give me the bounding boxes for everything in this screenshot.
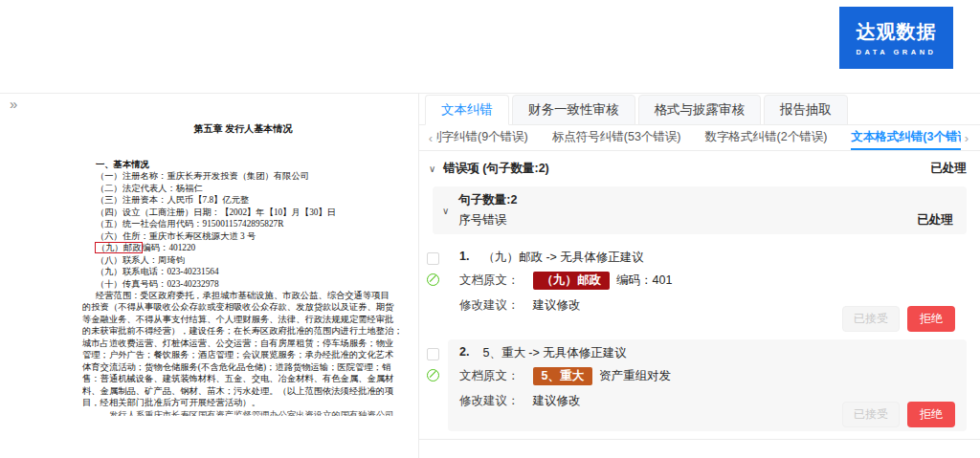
document-title: 第五章 发行人基本情况 xyxy=(82,122,404,136)
subtab-next-icon[interactable]: › xyxy=(961,131,972,145)
subgroup-status-badge: 已处理 xyxy=(918,212,954,229)
item-title-text: 5、重大 -> 无具体修正建议 xyxy=(482,345,626,361)
subgroup-sentence-count: 句子数量:2 xyxy=(458,192,517,208)
doc-line: 管理；户外广告；餐饮服务；酒店管理；会议展览服务；承办经批准的文化艺术 xyxy=(82,349,404,360)
top-header: 达观数据 DATA GRAND xyxy=(0,0,980,94)
reject-button[interactable]: 拒绝 xyxy=(907,306,955,332)
doc-line: （九）邮政编码：401220 xyxy=(82,242,404,253)
subtab-prev-icon[interactable]: ‹ xyxy=(425,131,436,145)
subtab-3[interactable]: 数字格式纠错(2个错误) xyxy=(705,125,828,150)
chevron-down-icon[interactable]: ∨ xyxy=(442,206,449,216)
original-text-highlight: （九）邮政 xyxy=(533,272,611,290)
doc-line: 经营范围：受区政府委托，承担城市基础设施、市政公益、综合交通等项目 xyxy=(82,290,404,301)
error-group-title: 错误项 (句子数量:2) xyxy=(443,161,548,177)
original-text-label: 文档原文： xyxy=(459,273,520,289)
error-item-content: 1.（九）邮政 -> 无具体修正建议文档原文：（九）邮政编码：401修改建议：建… xyxy=(448,244,967,336)
doc-line: （八）联系人：周琦钧 xyxy=(82,254,404,266)
subgroup-labels: 句子数量:2 序号错误 xyxy=(458,192,517,229)
doc-line: 的未获审批前不得经营），建设任务；在长寿区政府批准的范围内进行土地整治； xyxy=(82,325,404,337)
subtab-2[interactable]: 标点符号纠错(53个错误) xyxy=(552,125,681,150)
doc-line: （三）注册资本：人民币【7.8】亿元整 xyxy=(82,194,404,206)
doc-line: 的投资（不得从事吸收公众存款或变相吸收公众存款、发放贷款以及证券、期货 xyxy=(82,301,404,313)
error-item-content: 2.5、重大 -> 无具体修正建议文档原文：5、重大资产重组对发修改建议：建议修… xyxy=(448,339,967,431)
doc-line: 售：普通机械设备、建筑装饰材料、五金、交电、冶金材料、有色金属、金属材 xyxy=(82,373,404,384)
tab-3[interactable]: 格式与披露审核 xyxy=(638,95,762,125)
document-body: 一、基本情况（一）注册名称：重庆长寿开发投资（集团）有限公司（二）法定代表人：杨… xyxy=(82,159,404,416)
item-number: 2. xyxy=(459,345,469,361)
group-status-badge: 已处理 xyxy=(931,161,968,177)
doc-line: 目，经相关部门批准后方可开展经营活动）。 xyxy=(82,397,404,408)
doc-line: 发行人系重庆市长寿区国有资产监督管理办公室出资设立的国有独资公司 xyxy=(82,409,404,416)
item-title-text: （九）邮政 -> 无具体修正建议 xyxy=(482,250,643,266)
status-slash-circle-icon xyxy=(427,273,439,286)
doc-line: （一）注册名称：重庆长寿开发投资（集团）有限公司 xyxy=(82,170,404,182)
error-group-header: ∨ 错误项 (句子数量:2) 已处理 xyxy=(419,151,980,185)
doc-line: 体育交流活动；货物仓储服务(不含危化品仓储)；道路货物运输；医院管理；销 xyxy=(82,361,404,373)
app-window: 达观数据 DATA GRAND » 第五章 发行人基本情况 一、基本情况（一）注… xyxy=(0,0,980,458)
doc-line: 城市占道收费运营、灯桩体运营、公交运营；自有房屋租赁；停车场服务；物业 xyxy=(82,338,404,349)
subtab-scroller: 别字纠错(9个错误)标点符号纠错(53个错误)数字格式纠错(2个错误)文本格式纠… xyxy=(436,125,961,150)
doc-line: （五）统一社会信用代码：91500115742895827R xyxy=(82,218,404,229)
main-tab-bar: 文本纠错财务一致性审核格式与披露审核报告抽取 xyxy=(419,94,980,125)
accept-button[interactable]: 已接受 xyxy=(842,402,900,427)
document-page: 第五章 发行人基本情况 一、基本情况（一）注册名称：重庆长寿开发投资（集团）有限… xyxy=(82,122,404,416)
doc-line: （二）法定代表人：杨福仁 xyxy=(82,183,404,194)
doc-line: （六）住所：重庆市长寿区桃源大道 3 号 xyxy=(82,230,404,242)
original-text-rest: 资产重组对发 xyxy=(599,368,671,384)
collapse-panel-icon[interactable]: » xyxy=(10,96,17,112)
error-highlight-box: （九）邮政 xyxy=(96,243,142,252)
doc-line: （十）传真号码：023-40232978 xyxy=(82,278,404,290)
item-checkbox[interactable] xyxy=(427,348,439,360)
document-preview-pane: » 第五章 发行人基本情况 一、基本情况（一）注册名称：重庆长寿开发投资（集团）… xyxy=(0,94,419,458)
chevron-down-icon[interactable]: ∨ xyxy=(429,164,435,174)
error-item-list: 1.（九）邮政 -> 无具体修正建议文档原文：（九）邮政编码：401修改建议：建… xyxy=(419,244,980,431)
item-number: 1. xyxy=(459,250,469,266)
doc-line: 等金融业务、不得从事支付结算、个人理财服务、法律、行政法规规定需经审批 xyxy=(82,314,404,325)
reject-button[interactable]: 拒绝 xyxy=(907,402,955,427)
tab-1[interactable]: 文本纠错 xyxy=(425,95,509,125)
logo-cn-text: 达观数据 xyxy=(857,19,937,45)
doc-line: （四）设立（工商注册）日期：【2002】年【10】月【30】日 xyxy=(82,207,404,218)
original-text-highlight: 5、重大 xyxy=(533,367,592,385)
doc-line: 料、金属制品、矿产品、钢材、苗木；污水处理。（以上范围依法须经批准的项 xyxy=(82,385,404,397)
logo-en-text: DATA GRAND xyxy=(856,48,936,56)
error-subgroup-card: ∨ 句子数量:2 序号错误 已处理 xyxy=(433,186,967,234)
subgroup-error-type: 序号错误 xyxy=(458,212,517,229)
item-checkbox[interactable] xyxy=(427,252,439,265)
datagrand-logo: 达观数据 DATA GRAND xyxy=(839,7,953,69)
error-item: 2.5、重大 -> 无具体修正建议文档原文：5、重大资产重组对发修改建议：建议修… xyxy=(427,339,967,431)
subtab-1[interactable]: 别字纠错(9个错误) xyxy=(436,125,528,150)
original-text-label: 文档原文： xyxy=(459,368,520,384)
doc-line: （九）联系电话：023-40231564 xyxy=(82,266,404,277)
accept-button[interactable]: 已接受 xyxy=(842,306,900,332)
review-panel: 文本纠错财务一致性审核格式与披露审核报告抽取 ‹ 别字纠错(9个错误)标点符号纠… xyxy=(419,94,980,458)
tab-4[interactable]: 报告抽取 xyxy=(764,95,848,125)
list-bottom-divider xyxy=(419,439,980,440)
tab-2[interactable]: 财务一致性审核 xyxy=(512,95,635,125)
subtab-4[interactable]: 文本格式纠错(3个错误) xyxy=(851,125,961,150)
original-text-rest: 编码：401 xyxy=(616,273,672,289)
subtab-bar: ‹ 别字纠错(9个错误)标点符号纠错(53个错误)数字格式纠错(2个错误)文本格… xyxy=(419,125,980,151)
error-item: 1.（九）邮政 -> 无具体修正建议文档原文：（九）邮政编码：401修改建议：建… xyxy=(427,244,967,336)
doc-line: 一、基本情况 xyxy=(82,159,404,170)
status-slash-circle-icon xyxy=(427,369,439,382)
